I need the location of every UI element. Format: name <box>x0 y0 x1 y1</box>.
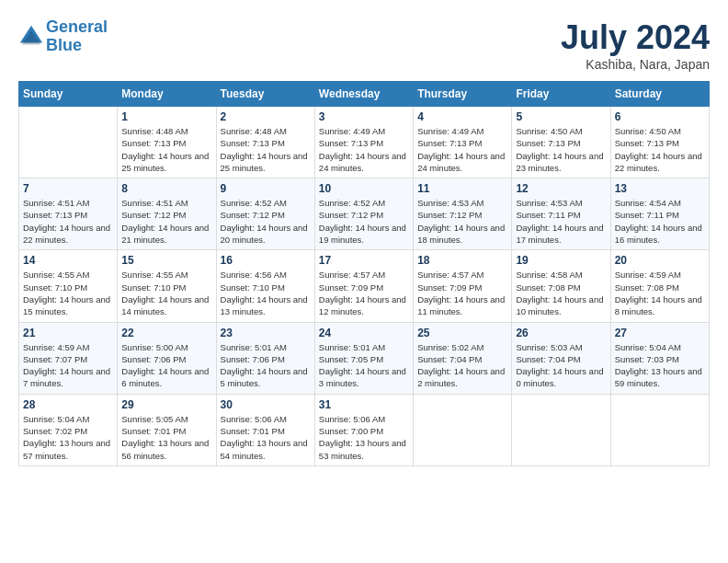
day-number: 7 <box>23 182 113 195</box>
calendar-cell <box>610 394 709 465</box>
day-info: Sunrise: 5:00 AMSunset: 7:06 PMDaylight:… <box>121 341 211 390</box>
calendar-cell: 30Sunrise: 5:06 AMSunset: 7:01 PMDayligh… <box>216 394 314 465</box>
day-info: Sunrise: 4:53 AMSunset: 7:11 PMDaylight:… <box>516 197 606 246</box>
logo-icon <box>18 24 44 50</box>
day-info: Sunrise: 4:49 AMSunset: 7:13 PMDaylight:… <box>319 125 409 174</box>
day-info: Sunrise: 4:56 AMSunset: 7:10 PMDaylight:… <box>221 269 311 317</box>
month-title: July 2024 <box>561 18 710 57</box>
calendar-cell: 4Sunrise: 4:49 AMSunset: 7:13 PMDaylight… <box>414 107 512 178</box>
day-number: 18 <box>417 254 507 267</box>
weekday-header: Wednesday <box>314 82 413 107</box>
location: Kashiba, Nara, Japan <box>561 57 710 72</box>
title-block: July 2024 Kashiba, Nara, Japan <box>561 18 710 72</box>
day-number: 10 <box>319 182 409 195</box>
day-number: 1 <box>121 110 211 123</box>
day-number: 14 <box>23 254 113 267</box>
calendar-cell: 18Sunrise: 4:57 AMSunset: 7:09 PMDayligh… <box>414 250 512 322</box>
calendar-cell: 12Sunrise: 4:53 AMSunset: 7:11 PMDayligh… <box>512 178 610 250</box>
calendar-cell: 24Sunrise: 5:01 AMSunset: 7:05 PMDayligh… <box>314 322 413 394</box>
weekday-header: Saturday <box>610 82 709 107</box>
day-info: Sunrise: 4:59 AMSunset: 7:08 PMDaylight:… <box>615 269 705 317</box>
calendar-cell: 1Sunrise: 4:48 AMSunset: 7:13 PMDaylight… <box>118 107 216 178</box>
weekday-header: Sunday <box>19 82 118 107</box>
weekday-header: Friday <box>512 82 610 107</box>
day-info: Sunrise: 4:55 AMSunset: 7:10 PMDaylight:… <box>23 269 113 317</box>
day-info: Sunrise: 4:58 AMSunset: 7:08 PMDaylight:… <box>516 269 606 317</box>
calendar-cell: 9Sunrise: 4:52 AMSunset: 7:12 PMDaylight… <box>216 178 314 250</box>
calendar-cell: 16Sunrise: 4:56 AMSunset: 7:10 PMDayligh… <box>216 250 314 322</box>
day-number: 11 <box>417 182 507 195</box>
calendar-week-row: 7Sunrise: 4:51 AMSunset: 7:13 PMDaylight… <box>19 178 710 250</box>
calendar-cell: 31Sunrise: 5:06 AMSunset: 7:00 PMDayligh… <box>314 394 413 465</box>
calendar-cell: 15Sunrise: 4:55 AMSunset: 7:10 PMDayligh… <box>118 250 216 322</box>
day-info: Sunrise: 4:59 AMSunset: 7:07 PMDaylight:… <box>23 341 113 390</box>
day-number: 23 <box>221 327 311 339</box>
logo-text: General Blue <box>46 18 108 55</box>
day-info: Sunrise: 5:04 AMSunset: 7:02 PMDaylight:… <box>23 413 113 462</box>
day-number: 8 <box>121 182 211 195</box>
day-number: 20 <box>615 254 705 267</box>
weekday-header: Thursday <box>414 82 512 107</box>
calendar-week-row: 21Sunrise: 4:59 AMSunset: 7:07 PMDayligh… <box>19 322 710 394</box>
logo-line1: General <box>46 17 108 36</box>
day-info: Sunrise: 4:52 AMSunset: 7:12 PMDaylight:… <box>221 197 311 246</box>
calendar-cell: 13Sunrise: 4:54 AMSunset: 7:11 PMDayligh… <box>610 178 709 250</box>
day-number: 12 <box>516 182 606 195</box>
day-info: Sunrise: 4:55 AMSunset: 7:10 PMDaylight:… <box>121 269 211 317</box>
day-number: 9 <box>221 182 311 195</box>
day-number: 31 <box>319 398 409 411</box>
calendar-cell: 21Sunrise: 4:59 AMSunset: 7:07 PMDayligh… <box>19 322 118 394</box>
weekday-header: Tuesday <box>216 82 314 107</box>
day-info: Sunrise: 4:50 AMSunset: 7:13 PMDaylight:… <box>516 125 606 174</box>
day-number: 27 <box>615 327 705 339</box>
calendar-cell: 8Sunrise: 4:51 AMSunset: 7:12 PMDaylight… <box>118 178 216 250</box>
day-number: 2 <box>221 110 311 123</box>
calendar-cell: 10Sunrise: 4:52 AMSunset: 7:12 PMDayligh… <box>314 178 413 250</box>
day-info: Sunrise: 4:50 AMSunset: 7:13 PMDaylight:… <box>615 125 705 174</box>
day-info: Sunrise: 5:01 AMSunset: 7:05 PMDaylight:… <box>319 341 409 390</box>
calendar-week-row: 1Sunrise: 4:48 AMSunset: 7:13 PMDaylight… <box>19 107 710 178</box>
day-info: Sunrise: 4:49 AMSunset: 7:13 PMDaylight:… <box>417 125 507 174</box>
calendar-cell: 27Sunrise: 5:04 AMSunset: 7:03 PMDayligh… <box>610 322 709 394</box>
calendar-cell: 29Sunrise: 5:05 AMSunset: 7:01 PMDayligh… <box>118 394 216 465</box>
day-number: 22 <box>121 327 211 339</box>
calendar-cell: 14Sunrise: 4:55 AMSunset: 7:10 PMDayligh… <box>19 250 118 322</box>
day-number: 19 <box>516 254 606 267</box>
calendar-week-row: 28Sunrise: 5:04 AMSunset: 7:02 PMDayligh… <box>19 394 710 465</box>
day-info: Sunrise: 4:48 AMSunset: 7:13 PMDaylight:… <box>121 125 211 174</box>
day-number: 28 <box>23 398 113 411</box>
calendar-cell: 20Sunrise: 4:59 AMSunset: 7:08 PMDayligh… <box>610 250 709 322</box>
calendar-cell: 11Sunrise: 4:53 AMSunset: 7:12 PMDayligh… <box>414 178 512 250</box>
day-info: Sunrise: 4:51 AMSunset: 7:13 PMDaylight:… <box>23 197 113 246</box>
calendar-header: SundayMondayTuesdayWednesdayThursdayFrid… <box>19 82 710 107</box>
day-info: Sunrise: 5:06 AMSunset: 7:01 PMDaylight:… <box>221 413 311 462</box>
day-info: Sunrise: 4:57 AMSunset: 7:09 PMDaylight:… <box>417 269 507 317</box>
weekday-row: SundayMondayTuesdayWednesdayThursdayFrid… <box>19 82 710 107</box>
calendar-table: SundayMondayTuesdayWednesdayThursdayFrid… <box>18 81 710 466</box>
calendar-cell: 17Sunrise: 4:57 AMSunset: 7:09 PMDayligh… <box>314 250 413 322</box>
day-info: Sunrise: 4:48 AMSunset: 7:13 PMDaylight:… <box>221 125 311 174</box>
calendar-cell: 26Sunrise: 5:03 AMSunset: 7:04 PMDayligh… <box>512 322 610 394</box>
day-number: 6 <box>615 110 705 123</box>
calendar-cell: 25Sunrise: 5:02 AMSunset: 7:04 PMDayligh… <box>414 322 512 394</box>
calendar-cell: 28Sunrise: 5:04 AMSunset: 7:02 PMDayligh… <box>19 394 118 465</box>
logo: General Blue <box>18 18 108 55</box>
day-info: Sunrise: 5:03 AMSunset: 7:04 PMDaylight:… <box>516 341 606 390</box>
day-info: Sunrise: 4:51 AMSunset: 7:12 PMDaylight:… <box>121 197 211 246</box>
day-number: 16 <box>221 254 311 267</box>
calendar-cell: 3Sunrise: 4:49 AMSunset: 7:13 PMDaylight… <box>314 107 413 178</box>
calendar-week-row: 14Sunrise: 4:55 AMSunset: 7:10 PMDayligh… <box>19 250 710 322</box>
day-info: Sunrise: 4:53 AMSunset: 7:12 PMDaylight:… <box>417 197 507 246</box>
day-number: 13 <box>615 182 705 195</box>
day-info: Sunrise: 4:52 AMSunset: 7:12 PMDaylight:… <box>319 197 409 246</box>
calendar-cell: 19Sunrise: 4:58 AMSunset: 7:08 PMDayligh… <box>512 250 610 322</box>
day-number: 25 <box>417 327 507 339</box>
calendar-cell <box>512 394 610 465</box>
calendar-cell <box>19 107 118 178</box>
day-info: Sunrise: 4:54 AMSunset: 7:11 PMDaylight:… <box>615 197 705 246</box>
calendar-body: 1Sunrise: 4:48 AMSunset: 7:13 PMDaylight… <box>19 107 710 466</box>
day-number: 17 <box>319 254 409 267</box>
calendar-cell: 5Sunrise: 4:50 AMSunset: 7:13 PMDaylight… <box>512 107 610 178</box>
calendar-cell: 7Sunrise: 4:51 AMSunset: 7:13 PMDaylight… <box>19 178 118 250</box>
day-number: 29 <box>121 398 211 411</box>
